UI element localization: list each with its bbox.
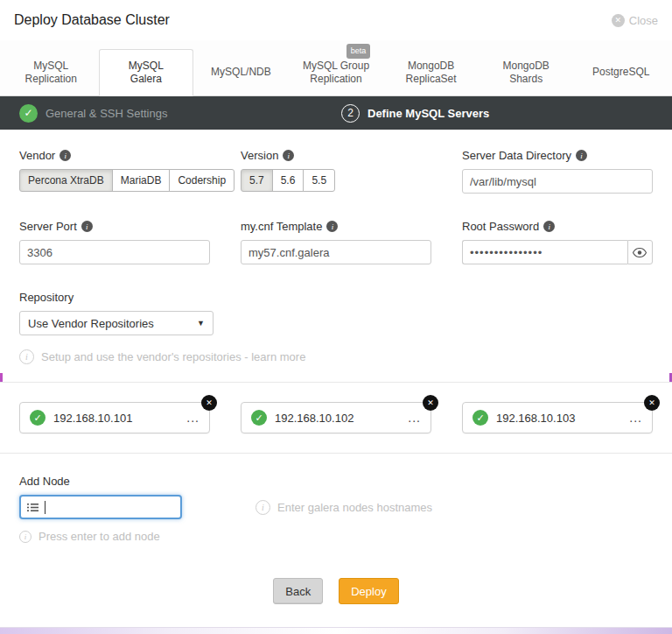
mycnf-label: my.cnf Template [241,220,322,233]
server-settings-form: Vendor i Percona XtraDB MariaDB Codershi… [0,130,672,364]
repository-hint-info-icon: i [19,349,34,364]
wizard-step1-label: General & SSH Settings [46,107,167,120]
vendor-info-icon[interactable]: i [60,150,71,161]
vendor-label-row: Vendor i [19,149,210,162]
node-card: ✓ 192.168.10.101 ... ✕ [19,402,210,433]
page-background-edge-bottom [0,627,672,634]
deploy-button[interactable]: Deploy [339,578,398,604]
node-menu-button[interactable]: ... [629,413,642,422]
tab-mysql-group-replication[interactable]: beta MySQL Group Replication [289,49,384,95]
node-hostname: 192.168.10.103 [496,412,575,425]
vendor-option-mariadb[interactable]: MariaDB [112,169,171,192]
beta-badge: beta [346,44,371,59]
cluster-type-tabs: MySQL Replication MySQL Galera MySQL/NDB… [0,40,672,96]
root-password-input[interactable] [462,240,627,264]
vendor-button-group: Percona XtraDB MariaDB Codership [19,169,234,192]
list-icon [27,503,38,512]
add-node-hint-right: i Enter galera nodes hostnames [256,500,432,515]
root-password-label-row: Root Password i [462,220,653,233]
text-cursor [45,501,46,514]
node-remove-button[interactable]: ✕ [201,395,217,411]
add-node-hint-below: i Press enter to add node [19,530,653,543]
root-password-group [462,240,653,264]
wizard-step2-label: Define MySQL Servers [368,107,489,120]
data-directory-label-row: Server Data Directory i [462,149,653,162]
eye-icon [633,248,647,257]
form-row-1: Vendor i Percona XtraDB MariaDB Codershi… [19,149,653,194]
step-complete-check-icon: ✓ [19,104,38,123]
repository-label: Repository [19,291,74,304]
root-password-label: Root Password [462,220,539,233]
node-hostname: 192.168.10.102 [275,412,354,425]
repository-select[interactable]: Use Vendor Repositories ▼ [19,311,214,335]
show-password-button[interactable] [627,240,653,264]
node-menu-button[interactable]: ... [186,413,200,422]
modal-title: Deploy Database Cluster [14,12,170,28]
mycnf-label-row: my.cnf Template i [241,220,431,233]
version-label-row: Version i [241,149,431,162]
root-password-info-icon[interactable]: i [543,221,555,232]
vendor-option-percona[interactable]: Percona XtraDB [19,169,113,192]
tab-mysql-replication[interactable]: MySQL Replication [4,49,99,95]
node-status-check-icon: ✓ [251,410,267,426]
data-directory-info-icon[interactable]: i [576,150,587,161]
wizard-progress-bar: ✓ General & SSH Settings 2 Define MySQL … [0,96,672,130]
chevron-down-icon: ▼ [197,319,205,328]
node-card: ✓ 192.168.10.103 ... ✕ [462,402,653,433]
repository-section: Repository Use Vendor Repositories ▼ i S… [19,291,653,364]
close-label: Close [629,14,658,27]
vendor-label: Vendor [19,149,55,162]
node-hostname: 192.168.10.101 [53,412,132,425]
version-button-group: 5.7 5.6 5.5 [241,169,335,192]
wizard-step-general-ssh[interactable]: ✓ General & SSH Settings [19,104,167,123]
add-node-section: Add Node i Enter galera nodes hostnames [0,454,672,543]
repository-hint-text: Setup and use the vendor's repositories … [41,350,305,363]
node-card: ✓ 192.168.10.102 ... ✕ [241,402,431,433]
vendor-option-codership[interactable]: Codership [169,169,234,192]
add-node-hint-info-icon: i [256,500,270,515]
repository-selected-value: Use Vendor Repositories [28,317,154,330]
tab-mongodb-replicaset[interactable]: MongoDB ReplicaSet [383,49,479,95]
repository-hint: i Setup and use the vendor's repositorie… [19,349,653,364]
add-node-row: i Enter galera nodes hostnames [19,495,653,519]
version-label: Version [241,149,278,162]
modal-footer: Back Deploy [0,543,672,604]
data-directory-label: Server Data Directory [462,149,571,162]
node-list: ✓ 192.168.10.101 ... ✕ ✓ 192.168.10.102 … [0,382,672,454]
add-node-input[interactable] [19,495,182,519]
add-node-hint-below-text: Press enter to add node [38,530,160,543]
add-node-hint-right-text: Enter galera nodes hostnames [277,501,432,514]
close-button[interactable]: ✕ Close [612,14,658,27]
node-remove-button[interactable]: ✕ [644,395,660,411]
tab-mysql-galera[interactable]: MySQL Galera [99,49,194,96]
tab-mongodb-shards[interactable]: MongoDB Shards [479,49,574,95]
add-node-label: Add Node [19,475,653,488]
press-enter-info-icon: i [19,531,32,543]
modal-header: Deploy Database Cluster ✕ Close [0,0,672,40]
server-port-label-row: Server Port i [19,220,210,233]
mycnf-info-icon[interactable]: i [326,221,338,232]
node-status-check-icon: ✓ [472,410,488,426]
node-remove-button[interactable]: ✕ [423,395,438,411]
server-port-input[interactable] [19,240,210,264]
step-number-badge: 2 [341,104,360,123]
form-row-2: Server Port i my.cnf Template i Root Pas… [19,220,653,264]
wizard-step-define-servers: 2 Define MySQL Servers [341,104,489,123]
node-status-check-icon: ✓ [30,410,46,426]
tab-mysql-ndb[interactable]: MySQL/NDB [193,49,289,95]
back-button[interactable]: Back [273,578,323,604]
node-menu-button[interactable]: ... [408,413,421,422]
repository-label-row: Repository [19,291,653,304]
data-directory-input[interactable] [462,169,653,194]
mycnf-template-input[interactable] [241,240,431,264]
version-option-56[interactable]: 5.6 [272,169,304,192]
deploy-cluster-modal: Deploy Database Cluster ✕ Close MySQL Re… [0,0,672,634]
version-option-57[interactable]: 5.7 [241,169,273,192]
server-port-info-icon[interactable]: i [81,221,93,232]
version-info-icon[interactable]: i [283,150,294,161]
server-port-label: Server Port [19,220,77,233]
version-option-55[interactable]: 5.5 [303,169,335,192]
tab-postgresql[interactable]: PostgreSQL [573,49,668,95]
close-icon: ✕ [612,14,625,27]
